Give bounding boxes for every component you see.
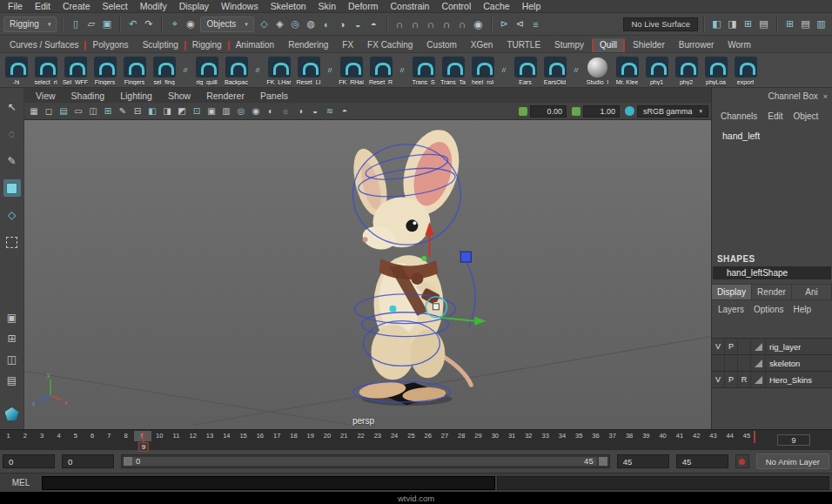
select-dynamics-icon[interactable]: ◑ <box>335 17 350 31</box>
tab-edit[interactable]: Edit <box>762 110 788 123</box>
timeline-frame-4[interactable]: 4 <box>50 431 67 441</box>
shelf-item-reset-r[interactable]: Reset_R <box>366 55 395 86</box>
shelf-tab-stumpy[interactable]: Stumpy <box>548 38 590 52</box>
timeline-frame-41[interactable]: 41 <box>671 431 688 441</box>
close-icon[interactable]: × <box>823 92 828 101</box>
construction-history-icon[interactable]: ≡ <box>528 17 543 31</box>
shelf-item-rig-quill[interactable]: rig_quill <box>192 55 221 86</box>
camera-attributes-icon[interactable]: ▤ <box>57 104 70 118</box>
shelf-item-hi[interactable]: -hi <box>2 55 30 86</box>
resolution-gate-icon[interactable]: ◨ <box>160 104 174 118</box>
timeline-frame-24[interactable]: 24 <box>386 431 402 441</box>
timeline-frame-36[interactable]: 36 <box>587 431 604 441</box>
menu-create[interactable]: Create <box>57 1 97 11</box>
menu-control[interactable]: Control <box>435 1 477 11</box>
hud-display-icon[interactable]: ▤ <box>798 17 813 31</box>
selection-mask-selector[interactable]: Objects ▾ <box>200 17 253 32</box>
shelf-tab-sculpting[interactable]: Sculpting <box>137 38 185 52</box>
shelf-tab-animation[interactable]: Animation <box>230 38 280 52</box>
timeline-frame-14[interactable]: 14 <box>218 431 235 441</box>
timeline-frame-35[interactable]: 35 <box>571 431 587 441</box>
command-line-mode-button[interactable]: MEL <box>0 478 42 487</box>
timeline-frame-39[interactable]: 39 <box>638 431 654 441</box>
shadows-icon[interactable]: ◑ <box>293 104 307 118</box>
four-pane-layout-button[interactable]: ⊞ <box>4 331 19 346</box>
open-scene-icon[interactable]: ▱ <box>84 17 98 31</box>
layer-row-rig-layer[interactable]: VPrig_layer <box>712 339 832 355</box>
field-chart-icon[interactable]: ⊡ <box>190 104 204 118</box>
shelf-item-earsold[interactable]: EarsOld <box>540 55 569 86</box>
select-by-hierarchy-icon[interactable]: ⌖ <box>167 17 182 31</box>
shelf-item-phyloa[interactable]: phyLoa <box>701 55 730 86</box>
menu-deform[interactable]: Deform <box>342 1 384 11</box>
image-plane-icon[interactable]: ◫ <box>86 104 100 118</box>
viewport-menu-view[interactable]: View <box>28 91 64 101</box>
select-camera-icon[interactable]: ▦ <box>27 104 41 118</box>
timeline-frame-6[interactable]: 6 <box>84 431 100 441</box>
timeline-frame-27[interactable]: 27 <box>436 431 453 441</box>
shelf-tab-curves-surfaces[interactable]: Curves / Surfaces <box>3 38 84 52</box>
viewport-menu-shading[interactable]: Shading <box>64 91 113 101</box>
timeline-frame-43[interactable]: 43 <box>705 431 721 441</box>
current-frame-field[interactable]: 9 <box>777 434 810 446</box>
textured-mode-icon[interactable]: ◐ <box>264 104 278 118</box>
shelf-tab-quill[interactable]: Quill <box>592 38 625 52</box>
shelf-item-phy1[interactable]: phy1 <box>642 55 671 86</box>
layer-playback-toggle[interactable]: P <box>725 339 738 354</box>
timeline-frame-31[interactable]: 31 <box>503 431 520 441</box>
layer-playback-toggle[interactable] <box>725 355 738 371</box>
shelf-item-mr-klee[interactable]: Mr. Klee <box>613 55 641 86</box>
layer-reference-toggle[interactable] <box>738 339 751 354</box>
timeline-frame-19[interactable]: 19 <box>302 431 319 441</box>
shelf-tab-burrower[interactable]: Burrower <box>673 38 721 52</box>
range-start-handle[interactable] <box>124 457 132 466</box>
timeline-frame-44[interactable]: 44 <box>721 431 738 441</box>
layer-menu-layers[interactable]: Layers <box>718 305 744 314</box>
maya-gem-icon[interactable] <box>5 407 19 420</box>
layer-row-skeleton[interactable]: skeleton <box>712 355 832 372</box>
shelf-tab-turtle[interactable]: TURTLE <box>500 38 547 52</box>
menu-select[interactable]: Select <box>97 1 134 11</box>
ipr-render-icon[interactable]: ◨ <box>725 17 740 31</box>
tab-object[interactable]: Object <box>788 110 824 123</box>
grease-pencil-icon[interactable]: ✎ <box>116 104 130 118</box>
shelf-item-sel-fing[interactable]: sel_fing <box>150 55 178 86</box>
shelf-item-fk-lhar[interactable]: FK_LHar <box>265 55 293 86</box>
layer-menu-help[interactable]: Help <box>793 305 811 314</box>
render-settings-icon[interactable]: ⊞ <box>741 17 755 31</box>
shelf-item-fingers[interactable]: Fingers <box>120 55 149 86</box>
shelf-tab-worm[interactable]: Worm <box>721 38 756 52</box>
isolate-select-icon[interactable]: ◓ <box>338 104 352 118</box>
color-management-icon[interactable] <box>625 106 634 116</box>
timeline-frame-40[interactable]: 40 <box>654 431 671 441</box>
grid-display-icon[interactable]: ⊞ <box>782 17 797 31</box>
shelf-tab-xgen[interactable]: XGen <box>465 38 500 52</box>
tab-display[interactable]: Display <box>712 285 752 299</box>
rotate-tool[interactable]: ◇ <box>3 206 21 224</box>
timeline-frame-25[interactable]: 25 <box>403 431 419 441</box>
motion-blur-icon[interactable]: ≋ <box>323 104 337 118</box>
menuset-selector[interactable]: Rigging ▾ <box>3 17 57 32</box>
menu-skin[interactable]: Skin <box>312 1 342 11</box>
timeline-frame-7[interactable]: 7 <box>101 431 117 441</box>
viewport-menu-panels[interactable]: Panels <box>252 91 296 101</box>
wireframe-mode-icon[interactable]: ◎ <box>234 104 248 118</box>
timeline-frame-13[interactable]: 13 <box>201 431 218 441</box>
viewport-canvas[interactable]: y x z <box>24 120 711 429</box>
command-line-input[interactable] <box>42 476 495 490</box>
viewport-menu-lighting[interactable]: Lighting <box>112 91 160 101</box>
timeline-frame-28[interactable]: 28 <box>453 431 470 441</box>
layer-row-hero-skins[interactable]: VPRHero_Skins <box>712 372 832 388</box>
layer-visibility-toggle[interactable]: V <box>712 339 725 354</box>
persp-outliner-layout-button[interactable]: ◫ <box>4 352 19 366</box>
select-handles-icon[interactable]: ◇ <box>257 17 272 31</box>
timeline-frame-29[interactable]: 29 <box>470 431 486 441</box>
select-curves-icon[interactable]: ◎ <box>288 17 303 31</box>
shelf-item-trans-s[interactable]: Trans_S <box>409 55 438 86</box>
timeline-frame-45[interactable]: 45 <box>738 431 755 441</box>
layer-reference-toggle[interactable]: R <box>738 372 751 387</box>
timeline-frame-34[interactable]: 34 <box>554 431 570 441</box>
timeline-frame-11[interactable]: 11 <box>168 431 185 441</box>
outliner-layout-button[interactable]: ▤ <box>4 373 19 387</box>
shelf-item-ears[interactable]: Ears <box>511 55 540 86</box>
